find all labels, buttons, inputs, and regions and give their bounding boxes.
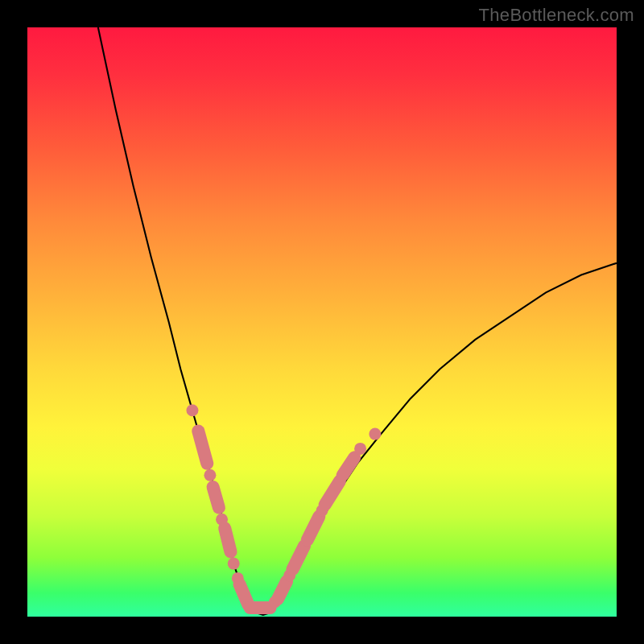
curve-marker-pill bbox=[240, 584, 249, 605]
curve-marker-dot bbox=[369, 428, 381, 440]
curve-marker-dot bbox=[228, 558, 240, 570]
curve-marker-dot bbox=[186, 404, 198, 416]
plot-area bbox=[27, 27, 617, 617]
curve-marker-pill bbox=[213, 487, 219, 508]
frame: TheBottleneck.com bbox=[0, 0, 644, 644]
marker-group bbox=[186, 404, 381, 608]
curve-marker-dot bbox=[354, 443, 366, 455]
curve-marker-pill bbox=[292, 546, 304, 569]
curve-marker-pill bbox=[278, 581, 287, 599]
watermark-text: TheBottleneck.com bbox=[479, 5, 634, 26]
curve-marker-dot bbox=[204, 469, 216, 481]
curve-layer bbox=[27, 27, 617, 617]
curve-marker-pill bbox=[343, 457, 355, 475]
bottleneck-curve bbox=[98, 27, 617, 615]
curve-marker-pill bbox=[225, 528, 230, 551]
curve-marker-pill bbox=[198, 431, 207, 463]
curve-marker-pill bbox=[308, 517, 320, 540]
curve-marker-pill bbox=[325, 481, 340, 505]
